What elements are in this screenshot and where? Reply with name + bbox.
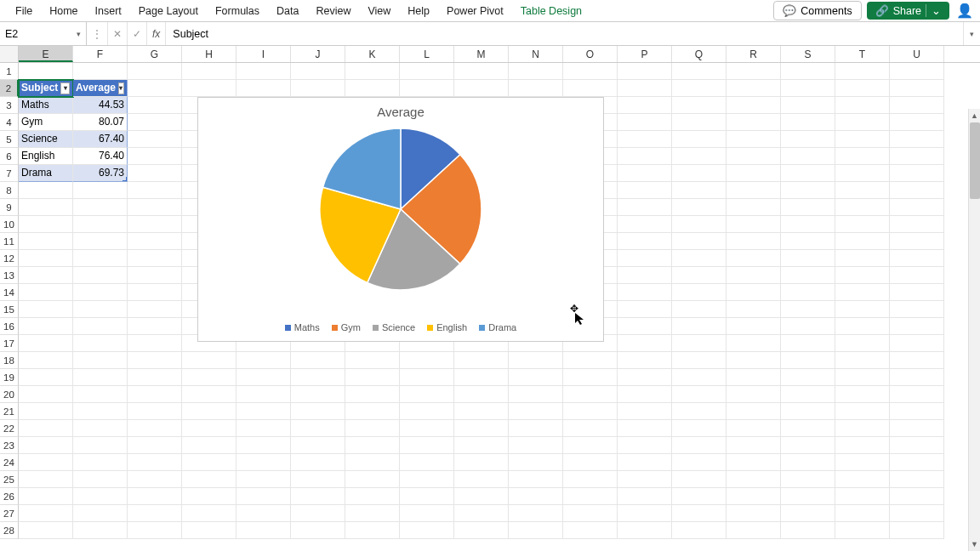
- cell[interactable]: [781, 522, 835, 539]
- user-icon[interactable]: 👤: [956, 3, 973, 19]
- cell[interactable]: [73, 488, 128, 505]
- ribbon-tab-home[interactable]: Home: [41, 2, 86, 20]
- cell[interactable]: Gym: [19, 114, 73, 131]
- cell[interactable]: [835, 488, 890, 505]
- cell[interactable]: [128, 352, 182, 369]
- cell[interactable]: [73, 369, 128, 386]
- chevron-down-icon[interactable]: ⌄: [926, 4, 941, 17]
- cell[interactable]: [345, 369, 400, 386]
- cell[interactable]: [890, 488, 944, 505]
- dots-icon[interactable]: ⋮: [87, 22, 108, 45]
- cell[interactable]: [19, 437, 73, 454]
- cell[interactable]: [19, 369, 73, 386]
- cell[interactable]: [182, 420, 236, 437]
- ribbon-tab-data[interactable]: Data: [268, 2, 307, 20]
- cell[interactable]: [890, 148, 944, 165]
- cell[interactable]: [618, 267, 672, 284]
- cell[interactable]: [236, 63, 291, 80]
- cell[interactable]: [19, 250, 73, 267]
- cell[interactable]: [400, 63, 454, 80]
- ribbon-tab-formulas[interactable]: Formulas: [207, 2, 268, 20]
- cell[interactable]: [291, 403, 345, 420]
- cell[interactable]: [835, 233, 890, 250]
- cell[interactable]: [781, 216, 835, 233]
- chart-object[interactable]: Average MathsGymScienceEnglishDrama: [197, 97, 604, 342]
- cell[interactable]: [835, 335, 890, 352]
- cell[interactable]: [128, 250, 182, 267]
- table-resize-handle[interactable]: [122, 177, 128, 182]
- cell[interactable]: [509, 437, 563, 454]
- cell[interactable]: [618, 522, 672, 539]
- cell[interactable]: [182, 80, 236, 97]
- cell[interactable]: [726, 471, 781, 488]
- cell[interactable]: [781, 505, 835, 522]
- cell[interactable]: [618, 420, 672, 437]
- cell[interactable]: [672, 403, 726, 420]
- cell[interactable]: [835, 352, 890, 369]
- cell[interactable]: [890, 505, 944, 522]
- cell[interactable]: [781, 352, 835, 369]
- cell[interactable]: [454, 369, 509, 386]
- cell[interactable]: [454, 80, 509, 97]
- cell[interactable]: [672, 386, 726, 403]
- row-header[interactable]: 8: [0, 182, 19, 199]
- cell[interactable]: [128, 403, 182, 420]
- fx-icon[interactable]: fx: [147, 22, 166, 45]
- row-header[interactable]: 6: [0, 148, 19, 165]
- cell[interactable]: [128, 522, 182, 539]
- cell[interactable]: [835, 284, 890, 301]
- cell[interactable]: [781, 131, 835, 148]
- cell[interactable]: [291, 454, 345, 471]
- cell[interactable]: [726, 522, 781, 539]
- column-header[interactable]: I: [236, 46, 291, 62]
- row-header[interactable]: 20: [0, 386, 19, 403]
- column-header[interactable]: P: [618, 46, 672, 62]
- column-header[interactable]: R: [726, 46, 781, 62]
- cell[interactable]: [400, 505, 454, 522]
- row-header[interactable]: 23: [0, 437, 19, 454]
- cell[interactable]: [890, 420, 944, 437]
- cell[interactable]: [672, 437, 726, 454]
- cell[interactable]: [182, 488, 236, 505]
- cell[interactable]: [618, 454, 672, 471]
- legend-item[interactable]: Maths: [285, 322, 320, 332]
- row-header[interactable]: 22: [0, 420, 19, 437]
- cell[interactable]: [73, 437, 128, 454]
- cell[interactable]: [618, 182, 672, 199]
- row-header[interactable]: 15: [0, 301, 19, 318]
- row-header[interactable]: 5: [0, 131, 19, 148]
- cell[interactable]: [726, 250, 781, 267]
- cell[interactable]: [128, 148, 182, 165]
- cell[interactable]: [835, 318, 890, 335]
- cell[interactable]: [781, 182, 835, 199]
- cell[interactable]: [19, 335, 73, 352]
- cell[interactable]: [128, 267, 182, 284]
- cell[interactable]: [454, 403, 509, 420]
- cell[interactable]: [890, 114, 944, 131]
- cell[interactable]: [128, 454, 182, 471]
- cell[interactable]: [73, 63, 128, 80]
- column-header[interactable]: J: [291, 46, 345, 62]
- cell[interactable]: [291, 522, 345, 539]
- cell[interactable]: 69.73: [73, 165, 128, 182]
- cell[interactable]: [73, 216, 128, 233]
- cell[interactable]: [781, 437, 835, 454]
- cell[interactable]: [890, 437, 944, 454]
- cell[interactable]: [19, 352, 73, 369]
- cell[interactable]: [236, 369, 291, 386]
- row-header[interactable]: 27: [0, 505, 19, 522]
- cell[interactable]: [618, 318, 672, 335]
- column-header[interactable]: U: [890, 46, 944, 62]
- row-header[interactable]: 17: [0, 335, 19, 352]
- cell[interactable]: [563, 386, 618, 403]
- cell[interactable]: [454, 420, 509, 437]
- row-header[interactable]: 3: [0, 97, 19, 114]
- cell[interactable]: Maths: [19, 97, 73, 114]
- row-header[interactable]: 24: [0, 454, 19, 471]
- cell[interactable]: [19, 216, 73, 233]
- cell[interactable]: [781, 250, 835, 267]
- cell[interactable]: [726, 301, 781, 318]
- cell[interactable]: [618, 250, 672, 267]
- cell[interactable]: [128, 471, 182, 488]
- chart-title[interactable]: Average: [198, 98, 603, 119]
